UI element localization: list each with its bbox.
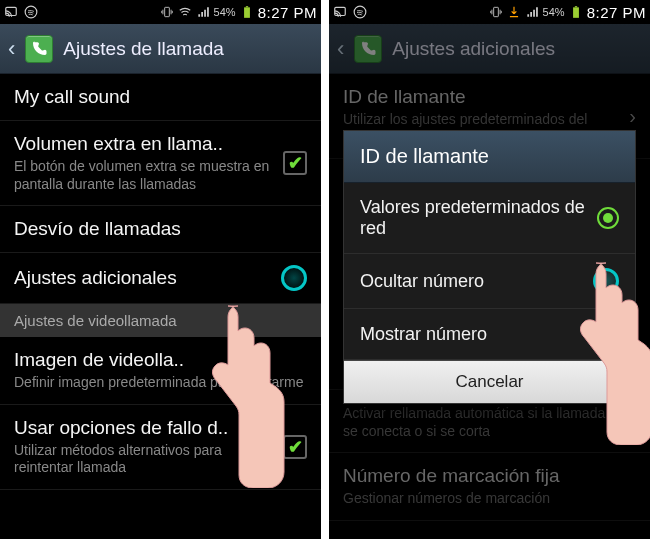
settings-list: My call sound Volumen extra en llama.. E… bbox=[0, 74, 321, 490]
vibrate-icon bbox=[160, 5, 174, 19]
signal-icon bbox=[525, 5, 539, 19]
option-hide-number[interactable]: Ocultar número bbox=[344, 254, 635, 309]
dialog-title: ID de llamante bbox=[344, 131, 635, 183]
radio-icon[interactable] bbox=[597, 323, 619, 345]
item-my-call-sound[interactable]: My call sound bbox=[0, 74, 321, 121]
status-bar: 54% 8:27 PM bbox=[329, 0, 650, 24]
phone-app-icon bbox=[354, 35, 382, 63]
item-opciones-fallo[interactable]: Usar opciones de fallo d.. Utilizar méto… bbox=[0, 405, 321, 490]
wifi-icon bbox=[178, 5, 192, 19]
svg-rect-2 bbox=[164, 7, 169, 16]
caller-id-dialog: ID de llamante Valores predeterminados d… bbox=[343, 130, 636, 404]
item-imagen-videollamada[interactable]: Imagen de videolla.. Definir imagen pred… bbox=[0, 337, 321, 405]
battery-icon bbox=[569, 5, 583, 19]
checkbox-opciones-fallo[interactable] bbox=[283, 435, 307, 459]
item-fdn: Número de marcación fija Gestionar númer… bbox=[329, 453, 650, 521]
clock: 8:27 PM bbox=[587, 4, 646, 21]
clock: 8:27 PM bbox=[258, 4, 317, 21]
cast-icon bbox=[4, 5, 18, 19]
touch-indicator-icon bbox=[281, 265, 307, 291]
page-title: Ajustes de llamada bbox=[63, 38, 224, 60]
page-title: Ajustes adicionales bbox=[392, 38, 555, 60]
svg-rect-7 bbox=[493, 7, 498, 16]
checkbox-volumen-extra[interactable] bbox=[283, 151, 307, 175]
signal-icon bbox=[196, 5, 210, 19]
item-desvio-llamadas[interactable]: Desvío de llamadas bbox=[0, 206, 321, 253]
header-left[interactable]: ‹ Ajustes de llamada bbox=[0, 24, 321, 74]
download-icon bbox=[507, 5, 521, 19]
phone-app-icon bbox=[25, 35, 53, 63]
phone-left: 54% 8:27 PM ‹ Ajustes de llamada My call… bbox=[0, 0, 321, 539]
battery-icon bbox=[240, 5, 254, 19]
svg-rect-9 bbox=[574, 6, 576, 7]
vibrate-icon bbox=[489, 5, 503, 19]
cast-icon bbox=[333, 5, 347, 19]
svg-rect-4 bbox=[245, 6, 247, 7]
battery-pct: 54% bbox=[214, 6, 236, 18]
spotify-icon bbox=[24, 5, 38, 19]
back-icon[interactable]: ‹ bbox=[8, 36, 15, 62]
battery-pct: 54% bbox=[543, 6, 565, 18]
option-show-number[interactable]: Mostrar número bbox=[344, 309, 635, 360]
cancel-button[interactable]: Cancelar bbox=[344, 360, 635, 403]
spotify-icon bbox=[353, 5, 367, 19]
status-bar: 54% 8:27 PM bbox=[0, 0, 321, 24]
svg-rect-3 bbox=[244, 7, 250, 17]
radio-selected-icon[interactable] bbox=[597, 207, 619, 229]
touch-indicator-icon bbox=[593, 268, 619, 294]
item-volumen-extra[interactable]: Volumen extra en llama.. El botón de vol… bbox=[0, 121, 321, 206]
back-icon: ‹ bbox=[337, 36, 344, 62]
phone-right: 54% 8:27 PM ‹ Ajustes adicionales ID de … bbox=[329, 0, 650, 539]
svg-rect-8 bbox=[573, 7, 579, 17]
option-network-default[interactable]: Valores predeterminados de red bbox=[344, 183, 635, 254]
header-right: ‹ Ajustes adicionales bbox=[329, 24, 650, 74]
item-ajustes-adicionales[interactable]: Ajustes adicionales bbox=[0, 253, 321, 304]
section-videollamada: Ajustes de videollamada bbox=[0, 304, 321, 337]
chevron-right-icon: › bbox=[629, 105, 636, 128]
